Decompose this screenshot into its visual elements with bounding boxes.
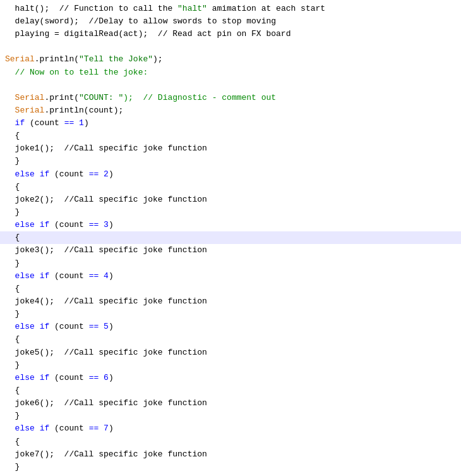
- code-token: joke1(); //Call specific joke function: [5, 143, 207, 153]
- code-line: }: [0, 155, 461, 168]
- code-token: }: [5, 259, 20, 268]
- code-line: joke4(); //Call specific joke function: [0, 295, 461, 308]
- code-token: else: [15, 322, 35, 331]
- code-token: if: [40, 220, 50, 229]
- code-line: Serial.print("COUNT: "); // Diagnostic -…: [0, 92, 461, 104]
- code-token: else: [15, 424, 35, 433]
- code-token: (count: [49, 322, 88, 331]
- code-token: "COUNT: ": [79, 93, 123, 102]
- code-line: if (count == 1): [0, 117, 461, 130]
- code-token: 1: [79, 118, 84, 128]
- code-token: [99, 220, 104, 229]
- code-line: joke2(); //Call specific joke function: [0, 193, 461, 206]
- code-token: ==: [89, 271, 99, 281]
- code-token: 6: [104, 373, 109, 382]
- code-token: ): [109, 322, 114, 331]
- code-token: if: [40, 169, 50, 179]
- code-token: ): [109, 169, 114, 179]
- code-token: [5, 118, 15, 128]
- code-token: {: [5, 386, 20, 395]
- code-token: ==: [89, 220, 99, 229]
- code-line: Serial.println("Tell the Joke");: [0, 53, 461, 66]
- code-line: }: [0, 308, 461, 320]
- code-line: else if (count == 6): [0, 372, 461, 384]
- code-token: }: [5, 309, 20, 319]
- code-token: halt(); // Function to call the: [5, 4, 177, 13]
- code-token: (count: [49, 373, 88, 382]
- code-token: [35, 220, 40, 229]
- code-line: }: [0, 461, 461, 473]
- code-token: [5, 169, 15, 179]
- code-token: joke4(); //Call specific joke function: [5, 296, 207, 306]
- code-token: [5, 373, 15, 382]
- code-line: else if (count == 4): [0, 270, 461, 283]
- code-line: else if (count == 7): [0, 422, 461, 435]
- code-line: joke7(); //Call specific joke function: [0, 448, 461, 461]
- code-token: {: [5, 437, 20, 446]
- code-token: delay(sword); //Delay to allow swords to…: [5, 16, 276, 26]
- code-line: {: [0, 181, 461, 193]
- code-token: joke5(); //Call specific joke function: [5, 348, 207, 357]
- code-token: else: [15, 169, 35, 179]
- code-token: {: [5, 182, 20, 192]
- code-token: {: [5, 233, 20, 242]
- code-token: if: [40, 322, 50, 331]
- code-token: (count: [49, 424, 88, 433]
- code-token: [35, 373, 40, 382]
- code-line: joke3(); //Call specific joke function: [0, 244, 461, 257]
- code-token: ==: [89, 424, 99, 433]
- code-token: playing = digitalRead(act); // Read act …: [5, 29, 290, 39]
- code-token: }: [5, 156, 20, 166]
- code-token: (count: [49, 169, 88, 179]
- code-line: Serial.println(count);: [0, 104, 461, 117]
- code-token: ); // Diagnostic - comment out: [123, 93, 276, 102]
- code-line: else if (count == 3): [0, 219, 461, 231]
- code-token: joke3(); //Call specific joke function: [5, 245, 207, 255]
- code-line: playing = digitalRead(act); // Read act …: [0, 28, 461, 40]
- code-token: ==: [89, 373, 99, 382]
- code-token: 3: [104, 220, 109, 229]
- code-token: 4: [104, 271, 109, 281]
- code-token: else: [15, 271, 35, 281]
- code-line: }: [0, 206, 461, 219]
- code-token: ): [109, 220, 114, 229]
- code-line: {: [0, 231, 461, 244]
- code-token: [5, 424, 15, 433]
- code-token: [35, 322, 40, 331]
- code-line: }: [0, 410, 461, 422]
- code-token: .println(: [35, 54, 79, 64]
- code-token: (count: [49, 271, 88, 281]
- code-token: {: [5, 131, 20, 140]
- code-token: else: [15, 373, 35, 382]
- code-line: joke1(); //Call specific joke function: [0, 142, 461, 155]
- code-token: (count: [25, 118, 64, 128]
- code-line: {: [0, 130, 461, 142]
- code-token: Serial: [5, 54, 35, 64]
- code-line: [0, 79, 461, 92]
- code-line: }: [0, 359, 461, 372]
- code-token: [99, 169, 104, 179]
- code-token: }: [5, 207, 20, 217]
- code-token: Serial: [5, 93, 44, 102]
- code-token: [99, 424, 104, 433]
- code-token: [5, 322, 15, 331]
- code-token: joke6(); //Call specific joke function: [5, 398, 207, 408]
- code-token: else: [15, 220, 35, 229]
- code-token: if: [15, 118, 25, 128]
- code-token: joke7(); //Call specific joke function: [5, 449, 207, 459]
- code-line: else if (count == 2): [0, 168, 461, 181]
- code-token: ==: [64, 118, 75, 128]
- code-line: {: [0, 283, 461, 295]
- code-token: ): [109, 271, 114, 281]
- code-token: [35, 424, 40, 433]
- code-token: [5, 271, 15, 281]
- code-token: ==: [89, 322, 99, 331]
- code-token: [99, 373, 104, 382]
- code-token: ): [109, 373, 114, 382]
- code-token: 5: [104, 322, 109, 331]
- code-line: {: [0, 333, 461, 346]
- code-token: }: [5, 411, 20, 420]
- code-token: [74, 118, 79, 128]
- code-token: 2: [104, 169, 109, 179]
- code-line: joke5(); //Call specific joke function: [0, 346, 461, 359]
